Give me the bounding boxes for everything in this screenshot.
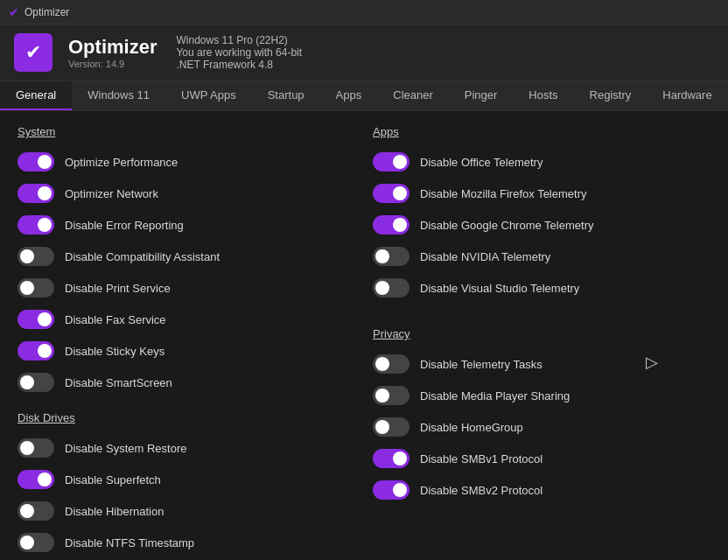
tab-hosts[interactable]: Hosts bbox=[513, 81, 573, 110]
toggle-optimizer-network-switch[interactable] bbox=[18, 184, 54, 203]
toggle-disable-telemetry-tasks-label: Disable Telemetry Tasks bbox=[420, 358, 542, 371]
content-area: System Optimize Performance Optimizer Ne… bbox=[0, 111, 728, 554]
toggle-disable-nvidia-telemetry: Disable NVIDIA Telemetry bbox=[373, 245, 710, 268]
tab-uwp-apps[interactable]: UWP Apps bbox=[165, 81, 252, 110]
toggle-disable-smbv2-switch[interactable] bbox=[373, 480, 410, 500]
toggle-disable-office-telemetry-switch[interactable] bbox=[373, 152, 410, 172]
toggle-optimize-performance-switch[interactable] bbox=[18, 152, 54, 172]
nav-tabs: General Windows 11 UWP Apps Startup Apps… bbox=[0, 81, 728, 111]
app-info-line-1: Windows 11 Pro (22H2) bbox=[176, 34, 302, 46]
toggle-disable-office-telemetry: Disable Office Telemetry bbox=[373, 150, 710, 173]
toggle-disable-homegroup-switch[interactable] bbox=[373, 417, 410, 437]
toggle-disable-chrome-telemetry: Disable Google Chrome Telemetry bbox=[373, 214, 710, 236]
tab-pinger[interactable]: Pinger bbox=[449, 81, 514, 110]
toggle-disable-sticky-keys-switch[interactable] bbox=[18, 341, 54, 360]
toggle-disable-media-player-sharing-label: Disable Media Player Sharing bbox=[420, 389, 570, 402]
toggle-disable-superfetch: Disable Superfetch bbox=[18, 468, 355, 491]
toggle-disable-firefox-telemetry: Disable Mozilla Firefox Telemetry bbox=[373, 182, 710, 205]
app-info: Windows 11 Pro (22H2) You are working wi… bbox=[176, 34, 302, 71]
tab-general[interactable]: General bbox=[0, 81, 72, 110]
apps-section: Apps bbox=[373, 125, 710, 142]
toggle-disable-hibernation-label: Disable Hibernation bbox=[65, 505, 164, 518]
title-bar-label: Optimizer bbox=[24, 6, 69, 18]
toggle-disable-smbv2-label: Disable SMBv2 Protocol bbox=[420, 484, 542, 497]
toggle-disable-vs-telemetry-switch[interactable] bbox=[373, 278, 410, 298]
toggle-disable-nvidia-telemetry-label: Disable NVIDIA Telemetry bbox=[420, 250, 550, 263]
toggle-disable-smartscreen-switch[interactable] bbox=[18, 373, 54, 392]
toggle-disable-system-restore-label: Disable System Restore bbox=[65, 442, 186, 455]
title-bar: ✔ Optimizer bbox=[0, 0, 728, 24]
app-info-line-3: .NET Framework 4.8 bbox=[176, 59, 302, 71]
disk-drives-section-title: Disk Drives bbox=[18, 411, 355, 424]
apps-section-title: Apps bbox=[373, 125, 710, 138]
tab-windows11[interactable]: Windows 11 bbox=[72, 81, 165, 110]
app-header: ✔ Optimizer Version: 14.9 Windows 11 Pro… bbox=[0, 24, 728, 81]
toggle-disable-system-restore-switch[interactable] bbox=[18, 438, 54, 458]
toggle-disable-telemetry-tasks: Disable Telemetry Tasks bbox=[373, 353, 710, 375]
toggle-disable-system-restore: Disable System Restore bbox=[18, 437, 355, 459]
toggle-optimizer-network: Optimizer Network bbox=[18, 182, 355, 205]
toggle-disable-sticky-keys: Disable Sticky Keys bbox=[18, 340, 355, 362]
toggle-disable-superfetch-label: Disable Superfetch bbox=[65, 473, 161, 486]
toggle-disable-ntfs-timestamp-switch[interactable] bbox=[18, 533, 54, 552]
toggle-disable-sticky-keys-label: Disable Sticky Keys bbox=[65, 345, 164, 358]
tab-startup[interactable]: Startup bbox=[252, 81, 320, 110]
right-column: Apps Disable Office Telemetry Disable Mo… bbox=[373, 125, 710, 540]
toggle-disable-error-reporting-label: Disable Error Reporting bbox=[65, 219, 184, 232]
toggle-disable-error-reporting-switch[interactable] bbox=[18, 215, 54, 234]
toggle-disable-superfetch-switch[interactable] bbox=[18, 470, 54, 489]
toggle-disable-print-service-label: Disable Print Service bbox=[65, 282, 171, 295]
toggle-disable-ntfs-timestamp-label: Disable NTFS Timestamp bbox=[65, 536, 194, 550]
toggle-disable-media-player-sharing-switch[interactable] bbox=[373, 386, 410, 405]
toggle-disable-fax-service-label: Disable Fax Service bbox=[65, 313, 166, 326]
toggle-disable-chrome-telemetry-switch[interactable] bbox=[373, 215, 410, 234]
toggle-disable-error-reporting: Disable Error Reporting bbox=[18, 214, 355, 236]
left-column: System Optimize Performance Optimizer Ne… bbox=[18, 125, 355, 540]
tab-hardware[interactable]: Hardware bbox=[647, 81, 727, 110]
privacy-section: Privacy bbox=[373, 327, 710, 344]
toggle-disable-hibernation: Disable Hibernation bbox=[18, 500, 355, 522]
cursor-icon: ▷ bbox=[646, 353, 658, 372]
toggle-disable-vs-telemetry: Disable Visual Studio Telemetry bbox=[373, 276, 710, 299]
toggle-disable-media-player-sharing: Disable Media Player Sharing bbox=[373, 384, 710, 407]
toggle-optimizer-network-label: Optimizer Network bbox=[65, 187, 158, 200]
app-version: Version: 14.9 bbox=[68, 59, 157, 69]
toggle-disable-homegroup-label: Disable HomeGroup bbox=[420, 421, 523, 434]
toggle-disable-smartscreen-label: Disable SmartScreen bbox=[65, 376, 172, 389]
toggle-disable-office-telemetry-label: Disable Office Telemetry bbox=[420, 156, 542, 169]
toggle-disable-telemetry-tasks-switch[interactable] bbox=[373, 354, 410, 374]
toggle-disable-fax-service-switch[interactable] bbox=[18, 310, 54, 329]
toggle-disable-fax-service: Disable Fax Service bbox=[18, 308, 355, 331]
toggle-disable-hibernation-switch[interactable] bbox=[18, 501, 54, 521]
toggle-disable-print-service-switch[interactable] bbox=[18, 278, 54, 298]
toggle-disable-chrome-telemetry-label: Disable Google Chrome Telemetry bbox=[420, 219, 593, 232]
toggle-disable-nvidia-telemetry-switch[interactable] bbox=[373, 247, 410, 266]
app-title: Optimizer bbox=[68, 36, 157, 59]
toggle-disable-smartscreen: Disable SmartScreen bbox=[18, 371, 355, 394]
app-info-line-2: You are working with 64-bit bbox=[176, 46, 302, 59]
toggle-disable-compatibility-assistant-label: Disable Compatibility Assistant bbox=[65, 250, 220, 263]
toggle-disable-homegroup: Disable HomeGroup bbox=[373, 416, 710, 438]
toggle-disable-compatibility-assistant-switch[interactable] bbox=[18, 247, 54, 266]
toggle-disable-compatibility-assistant: Disable Compatibility Assistant bbox=[18, 245, 355, 268]
toggle-disable-ntfs-timestamp: Disable NTFS Timestamp bbox=[18, 531, 355, 554]
toggle-disable-smbv2: Disable SMBv2 Protocol bbox=[373, 479, 710, 501]
toggle-optimize-performance: Optimize Performance bbox=[18, 150, 355, 173]
disk-drives-section: Disk Drives bbox=[18, 411, 355, 428]
toggle-disable-vs-telemetry-label: Disable Visual Studio Telemetry bbox=[420, 282, 579, 295]
app-logo: ✔ bbox=[14, 33, 52, 72]
toggle-disable-smbv1-label: Disable SMBv1 Protocol bbox=[420, 452, 542, 466]
system-section-title: System bbox=[18, 125, 355, 138]
tab-registry[interactable]: Registry bbox=[574, 81, 648, 110]
system-section: System bbox=[18, 125, 355, 142]
toggle-disable-smbv1-switch[interactable] bbox=[373, 449, 410, 468]
toggle-disable-smbv1: Disable SMBv1 Protocol bbox=[373, 447, 710, 470]
toggle-disable-firefox-telemetry-label: Disable Mozilla Firefox Telemetry bbox=[420, 187, 587, 200]
tab-apps[interactable]: Apps bbox=[320, 81, 378, 110]
toggle-disable-print-service: Disable Print Service bbox=[18, 276, 355, 299]
privacy-section-title: Privacy bbox=[373, 327, 710, 340]
toggle-disable-firefox-telemetry-switch[interactable] bbox=[373, 184, 410, 203]
toggle-optimize-performance-label: Optimize Performance bbox=[65, 156, 178, 169]
tab-cleaner[interactable]: Cleaner bbox=[377, 81, 449, 110]
title-bar-icon: ✔ bbox=[9, 5, 19, 19]
